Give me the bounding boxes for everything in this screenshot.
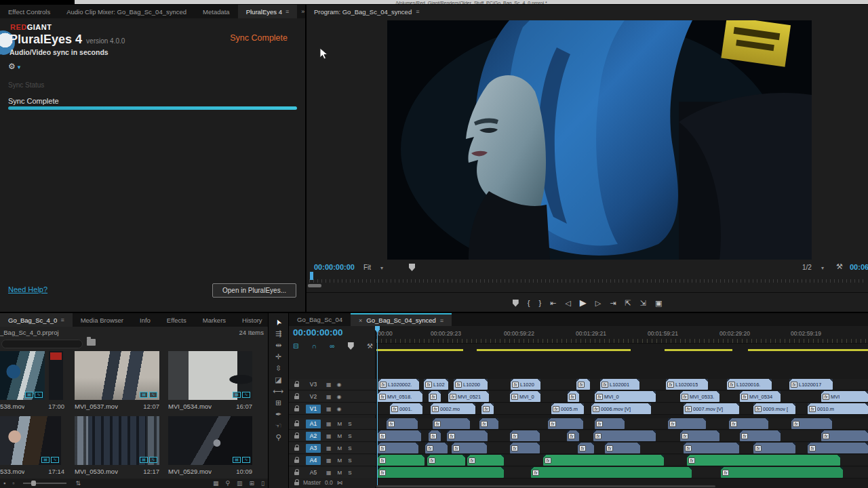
rolling-edit-tool[interactable]: ✛ — [275, 351, 281, 363]
timeline-clip[interactable]: fxMVI_0 — [510, 391, 540, 402]
timeline-clip[interactable]: fx — [680, 430, 719, 441]
timeline-clip[interactable]: fx — [605, 443, 640, 453]
rate-stretch-tool[interactable]: ⇳ — [275, 363, 281, 374]
timeline-clip[interactable]: fx — [452, 443, 487, 453]
timeline-clip[interactable]: fx — [427, 455, 465, 466]
timeline-ruler[interactable]: :00:0000:00:29:2300:00:59:2200:01:29:210… — [376, 326, 868, 344]
timeline-clip[interactable]: fx0009.mov [ — [753, 403, 795, 414]
sync-lock-icon[interactable]: ▦ — [326, 394, 332, 400]
panel-menu-icon[interactable]: ≡ — [60, 317, 64, 323]
sort-icon[interactable]: ⇅ — [72, 480, 84, 487]
sequence-tab-go-bag-sc-04[interactable]: Go_Bag_Sc_04 — [289, 313, 351, 326]
step-forward-button[interactable]: ▷ — [595, 298, 601, 308]
tab-markers[interactable]: Markers — [195, 313, 234, 327]
hand-tool[interactable]: ☜ — [275, 420, 282, 432]
media-thumbnail-533-mov[interactable]: ▤∿ — [0, 416, 61, 465]
icon-view-icon[interactable]: ▫ — [9, 480, 18, 487]
timeline-playhead[interactable] — [377, 326, 378, 485]
solo-button[interactable]: S — [348, 458, 351, 464]
solo-button[interactable]: S — [348, 433, 351, 439]
lift-button[interactable]: ⇱ — [625, 298, 631, 308]
clip-filename[interactable]: 533.mov — [0, 468, 24, 475]
sync-lock-icon[interactable]: ▦ — [326, 470, 332, 476]
extract-button[interactable]: ⇲ — [640, 298, 646, 308]
mark-in-button[interactable]: { — [528, 298, 530, 308]
sync-lock-icon[interactable]: ▦ — [326, 458, 332, 464]
close-tab-icon[interactable]: × — [359, 317, 362, 324]
mute-button[interactable]: M — [338, 433, 342, 439]
track-target-v3[interactable]: V3 — [306, 380, 321, 389]
mute-button[interactable]: M — [338, 470, 342, 476]
timeline-clip[interactable]: fx — [548, 418, 583, 429]
timeline-scrollbar[interactable] — [376, 485, 715, 487]
track-lane-a4[interactable]: fxfxfxfxfx — [376, 455, 868, 466]
tab-go-bag-sc-4-0[interactable]: Go_Bag_Sc_4_0≡ — [0, 313, 73, 327]
clip-filename[interactable]: MVI_0529.mov — [168, 468, 212, 475]
clip-filename[interactable]: 538.mov — [0, 403, 24, 410]
sync-lock-icon[interactable]: ▦ — [326, 406, 332, 412]
timeline-clip[interactable]: fxMVI — [821, 391, 868, 402]
track-lane-a1[interactable]: fxfxfxfxfxfxfxfx — [376, 418, 868, 430]
track-lane-v2[interactable]: fxMVI_0518.fxfxMVI_0521fxMVI_0fxfxMVI_0f… — [376, 391, 868, 403]
timeline-clip[interactable]: fx0001. — [390, 403, 422, 414]
sync-lock-icon[interactable]: ▦ — [326, 433, 332, 439]
new-item-icon[interactable]: ⊞ — [246, 480, 258, 487]
tab-media-browser[interactable]: Media Browser — [73, 313, 132, 327]
sync-lock-icon[interactable]: ▦ — [326, 382, 332, 388]
timeline-clip[interactable]: fx — [387, 418, 418, 429]
zoom-level-select[interactable]: Fit▾ — [363, 264, 383, 271]
slide-tool[interactable]: ⊞ — [275, 397, 281, 409]
timeline-clip[interactable]: fx — [479, 418, 498, 429]
slip-tool[interactable]: ⟷ — [273, 386, 284, 397]
need-help-link[interactable]: Need Help? — [8, 285, 47, 293]
zoom-tool[interactable]: ⚲ — [275, 432, 281, 443]
sequence-nest-toggle-icon[interactable]: ⊟ — [293, 342, 298, 350]
timeline-clip[interactable]: fx — [821, 430, 868, 441]
toggle-track-output-eye-icon[interactable]: ◉ — [337, 394, 342, 400]
mute-button[interactable]: M — [338, 445, 342, 451]
lock-icon[interactable] — [294, 384, 299, 387]
timeline-clip[interactable]: fx — [687, 455, 840, 466]
timeline-clip[interactable]: fxMVI_0533. — [680, 391, 719, 402]
timeline-clip[interactable]: fxL102001 — [600, 379, 639, 390]
program-mini-timeline[interactable] — [309, 273, 865, 283]
toggle-track-output-eye-icon[interactable]: ◉ — [337, 406, 342, 412]
playback-resolution-select[interactable]: 1/2▾ — [802, 264, 824, 271]
timeline-clip[interactable]: fx — [576, 379, 590, 390]
timeline-clip[interactable]: fx — [378, 443, 418, 453]
lock-icon[interactable] — [294, 423, 299, 426]
timeline-clip[interactable]: fx — [578, 443, 594, 453]
timeline-clip[interactable]: fxMVI_0521 — [448, 391, 489, 402]
automate-to-sequence-icon[interactable]: ▦ — [210, 480, 222, 487]
timeline-clip[interactable]: fx — [447, 430, 488, 441]
step-back-button[interactable]: ◁ — [565, 298, 570, 308]
panel-menu-icon[interactable]: ≡ — [285, 8, 289, 15]
timeline-clip[interactable]: fx — [593, 430, 656, 441]
timeline-clip[interactable]: fx — [791, 418, 832, 429]
timeline-clip[interactable]: fx0006.mov [V] — [591, 403, 651, 414]
timeline-clip[interactable]: fx — [378, 467, 504, 478]
track-target-a4[interactable]: A4 — [306, 456, 321, 465]
panel-menu-icon[interactable]: ≡ — [416, 8, 419, 15]
timeline-clip[interactable]: fxMVI_0518. — [378, 391, 422, 402]
track-target-a5[interactable]: A5 — [306, 468, 321, 477]
timeline-clip[interactable]: fx — [510, 443, 540, 453]
solo-button[interactable]: S — [348, 445, 351, 451]
track-target-a2[interactable]: A2 — [306, 432, 321, 441]
lock-icon[interactable] — [294, 447, 299, 451]
timeline-clip[interactable]: fx — [481, 403, 494, 414]
timeline-clip[interactable]: fx — [684, 443, 739, 453]
timeline-clip[interactable]: fx — [429, 430, 441, 441]
lock-icon[interactable] — [294, 460, 299, 463]
timeline-clip[interactable]: fx — [729, 418, 768, 429]
play-button[interactable]: ▶ — [580, 298, 587, 308]
panel-menu-icon[interactable]: ≡ — [440, 317, 443, 324]
timeline-clip[interactable]: fxL1020002. — [378, 379, 419, 390]
sequence-tab-go-bag-sc-04-synced[interactable]: ×Go_Bag_Sc_04_synced≡ — [351, 313, 452, 326]
timeline-clip[interactable]: fx — [753, 443, 795, 453]
pen-tool[interactable]: ✒ — [275, 409, 281, 420]
timeline-clip[interactable]: fx — [595, 418, 625, 429]
snap-icon[interactable]: ∩ — [312, 342, 317, 350]
go-to-out-button[interactable]: ⇥ — [610, 298, 616, 308]
lock-icon[interactable] — [294, 435, 299, 439]
